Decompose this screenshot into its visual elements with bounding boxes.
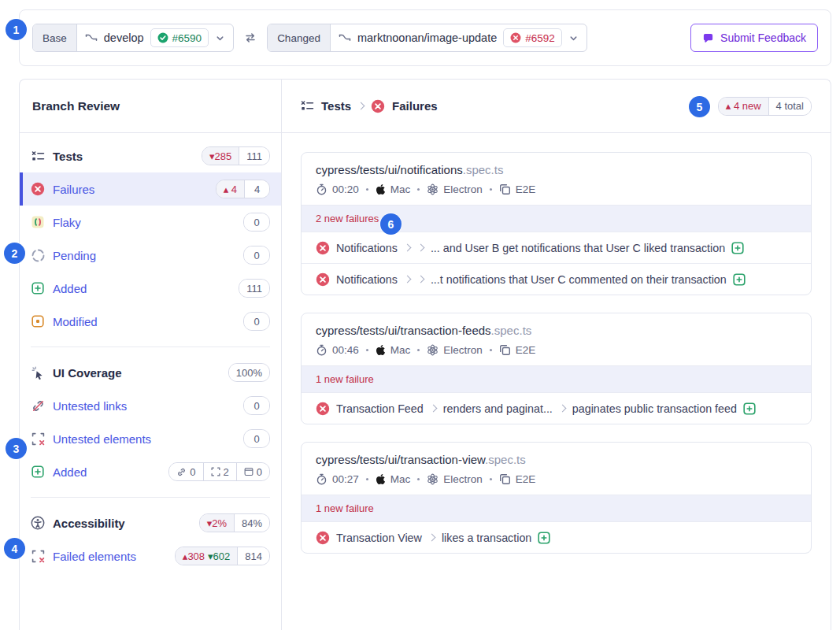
sidebar-item-coverage-added[interactable]: Added 0 2 0 <box>20 455 281 488</box>
chevron-right-icon <box>357 102 365 110</box>
chevron-right-icon <box>403 276 411 284</box>
apple-icon <box>376 473 386 485</box>
cursor-click-icon <box>31 366 45 380</box>
sidebar: Branch Review Tests ▾285 111 Failures <box>20 80 282 630</box>
dot-separator <box>417 349 420 351</box>
plus-square-icon <box>31 465 45 478</box>
spec-card-header: cypress/tests/ui/transaction-feeds.spec.… <box>302 313 811 365</box>
x-circle-icon <box>31 182 45 196</box>
failures-count-badge: ▴ 4 4 <box>216 180 270 198</box>
sidebar-item-untested-elements[interactable]: Untested elements 0 <box>20 422 281 455</box>
failure-row[interactable]: Transaction View likes a transaction <box>302 521 811 553</box>
sidebar-item-pending[interactable]: Pending 0 <box>20 239 281 272</box>
sidebar-item-flaky[interactable]: Flaky 0 <box>20 206 281 239</box>
changed-branch-select[interactable]: Changed marktnoonan/image-update #6592 <box>267 24 587 52</box>
sidebar-item-failed-elements[interactable]: Failed elements ▴308▾602 814 <box>20 539 281 573</box>
dot-separator <box>366 188 368 191</box>
pending-circle-icon <box>31 249 45 262</box>
changed-run-badge[interactable]: #6592 <box>503 28 562 47</box>
stacked-windows-icon <box>499 473 511 485</box>
failure-title: paginates public transaction feed <box>572 402 737 415</box>
stacked-windows-icon <box>499 344 511 356</box>
accessibility-icon <box>31 516 45 530</box>
spec-file-title: cypress/tests/ui/notifications.spec.ts <box>316 163 797 176</box>
annotation-marker-2: 2 <box>4 243 25 264</box>
submit-feedback-button[interactable]: Submit Feedback <box>690 24 818 52</box>
spec-meta: 00:46 Mac Electron E2E <box>316 344 797 356</box>
branch-review-panel: Branch Review Tests ▾285 111 Failures <box>19 79 831 630</box>
link-icon <box>176 467 187 477</box>
x-circle-icon <box>316 241 330 255</box>
flaky-icon <box>31 216 45 228</box>
base-branch-select[interactable]: Base develop #6590 <box>32 24 234 52</box>
stacked-windows-icon <box>499 183 511 195</box>
failure-title: likes a transaction <box>442 532 531 544</box>
electron-icon <box>427 473 439 485</box>
branch-icon <box>85 32 98 43</box>
electron-icon <box>427 183 439 195</box>
x-circle-icon <box>371 99 385 113</box>
dot-separator <box>490 349 492 351</box>
chevron-right-icon <box>427 534 435 542</box>
base-run-badge[interactable]: #6590 <box>150 28 209 47</box>
annotation-marker-5: 5 <box>689 96 710 117</box>
chevron-down-icon[interactable] <box>568 33 579 43</box>
changed-branch-name: marktnoonan/image-update <box>357 32 497 44</box>
modified-count-badge: 0 <box>243 312 270 331</box>
sidebar-item-untested-links[interactable]: Untested links 0 <box>20 389 281 422</box>
dot-separator <box>417 188 420 191</box>
failure-row[interactable]: Transaction Feed renders and paginat... … <box>302 392 811 424</box>
failure-title: ...t notifications that User C commented… <box>431 273 727 286</box>
coverage-added-badge: 0 2 0 <box>168 462 270 481</box>
breadcrumb: Tests Failures <box>301 99 438 113</box>
dot-separator <box>366 478 368 480</box>
main-content: Tests Failures ▴ 4 new 4 total cypress/t… <box>282 80 831 630</box>
element-x-icon <box>31 550 45 563</box>
tests-count-badge: ▾285 111 <box>202 146 270 165</box>
failure-row[interactable]: Notifications ...t notifications that Us… <box>302 263 811 295</box>
x-circle-icon <box>510 32 521 43</box>
element-corners-icon <box>211 467 220 476</box>
sidebar-item-modified[interactable]: Modified 0 <box>20 305 281 338</box>
sidebar-item-failures[interactable]: Failures ▴ 4 4 <box>20 172 281 206</box>
failure-title: ... and User B get notifications that Us… <box>431 242 725 254</box>
failures-summary-badge: ▴ 4 new 4 total <box>718 97 812 116</box>
spec-card-header: cypress/tests/ui/notifications.spec.ts 0… <box>302 153 811 205</box>
spec-file-title: cypress/tests/ui/transaction-view.spec.t… <box>316 453 797 466</box>
sidebar-item-added[interactable]: Added 111 <box>20 272 281 305</box>
stopwatch-icon <box>316 183 327 195</box>
check-circle-icon <box>157 32 168 43</box>
element-x-icon <box>31 432 45 446</box>
spec-card: cypress/tests/ui/transaction-view.spec.t… <box>301 442 812 554</box>
branch-compare-bar: Base develop #6590 Changed marktnoonan/i… <box>19 9 831 66</box>
failure-cards: cypress/tests/ui/notifications.spec.ts 0… <box>282 133 831 590</box>
added-test-icon <box>733 273 746 286</box>
dot-separator <box>490 478 492 480</box>
annotation-marker-6: 6 <box>380 213 401 235</box>
changed-label: Changed <box>268 24 331 51</box>
stopwatch-icon <box>316 473 327 485</box>
chevron-right-icon <box>558 405 566 413</box>
added-test-icon <box>538 532 550 544</box>
sidebar-item-ui-coverage[interactable]: UI Coverage 100% <box>20 356 281 389</box>
spec-card: cypress/tests/ui/notifications.spec.ts 0… <box>301 152 812 295</box>
x-circle-icon <box>316 272 330 287</box>
failure-group: Transaction Feed <box>336 402 424 415</box>
dot-separator <box>417 478 420 480</box>
failure-row[interactable]: Notifications ... and User B get notific… <box>302 232 811 263</box>
breadcrumb-tests-link[interactable]: Tests <box>321 99 351 113</box>
pending-count-badge: 0 <box>243 246 270 265</box>
content-header: Tests Failures ▴ 4 new 4 total <box>282 80 831 133</box>
plus-square-icon <box>31 282 45 295</box>
apple-icon <box>376 344 386 356</box>
sidebar-item-tests[interactable]: Tests ▾285 111 <box>20 139 281 172</box>
breadcrumb-current: Failures <box>392 99 438 113</box>
sidebar-item-accessibility[interactable]: Accessibility ▾2% 84% <box>20 506 281 539</box>
test-list-icon <box>31 150 45 163</box>
swap-branches-icon[interactable] <box>243 32 257 44</box>
divider <box>31 497 270 498</box>
failure-group: Notifications <box>336 273 398 286</box>
chevron-right-icon <box>403 244 411 252</box>
chevron-down-icon[interactable] <box>215 33 225 43</box>
added-test-icon <box>731 242 744 254</box>
